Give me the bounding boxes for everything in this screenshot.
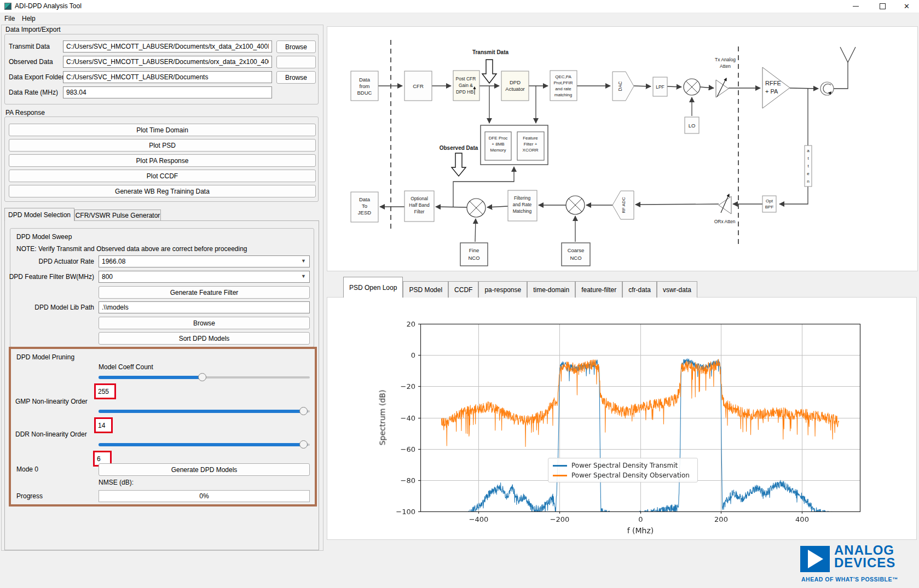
menu-help[interactable]: Help — [19, 14, 39, 26]
generate-feature-filter-button[interactable]: Generate Feature Filter — [99, 286, 310, 299]
coeff-count-label: Model Coeff Count — [99, 363, 153, 371]
diagram-box-fine-nco: Fine NCO — [460, 243, 488, 266]
svg-text:from: from — [360, 83, 370, 89]
svg-text:Post CFR: Post CFR — [456, 76, 476, 81]
diagram-mixer-tx — [684, 79, 700, 95]
svg-text:QEC,PA: QEC,PA — [555, 74, 571, 79]
svg-text:and Rate: and Rate — [513, 202, 532, 207]
feature-bw-combo[interactable]: 800 ▼ — [99, 271, 310, 283]
diagram-box-atten-vertical: a t t e n — [805, 145, 812, 187]
svg-text:e: e — [807, 171, 810, 176]
svg-text:a: a — [807, 148, 810, 153]
diagram-rf-adc: RF ADC — [612, 191, 634, 219]
tab-feature-filter[interactable]: feature-filter — [575, 281, 622, 298]
adi-triangle-icon — [808, 550, 823, 568]
export-folder-label: Data Export Folder — [9, 71, 64, 83]
slider-handle[interactable] — [299, 440, 308, 449]
coeff-count-slider[interactable] — [99, 373, 310, 382]
plot-pa-response-button[interactable]: Plot PA Response — [9, 154, 316, 167]
svg-text:Half Band: Half Band — [409, 202, 430, 208]
sort-dpd-models-button[interactable]: Sort DPD Models — [99, 332, 310, 345]
observed-data-input[interactable] — [63, 56, 272, 68]
tab-vswr-data[interactable]: vswr-data — [657, 281, 697, 298]
diagram-box-lpf: LPF — [653, 77, 667, 96]
tab-cfr-vswr[interactable]: CFR/VSWR Pulse Generator — [74, 209, 161, 221]
analog-devices-logo: ANALOG DEVICES AHEAD OF WHAT'S POSSIBLE™ — [800, 544, 918, 586]
app-icon — [4, 3, 11, 10]
svg-text:Coarse: Coarse — [568, 247, 585, 253]
diagram-box-dpd-actuator: DPD Actuator — [501, 71, 529, 101]
logo-word-devices: DEVICES — [834, 556, 895, 569]
legend-item-observation: Power Spectral Density Observation — [553, 470, 693, 480]
svg-text:XCORR: XCORR — [523, 148, 539, 153]
gmp-order-slider[interactable] — [99, 407, 310, 416]
legend-swatch-transmit — [553, 465, 567, 467]
import-export-section-label: Data Import/Export — [5, 26, 61, 33]
legend-item-transmit: Power Spectral Density Transmit — [553, 461, 693, 470]
svg-text:BDUC: BDUC — [357, 90, 372, 96]
svg-text:LPF: LPF — [656, 84, 664, 90]
observed-data-label: Observed Data — [9, 56, 53, 68]
slider-handle[interactable] — [198, 373, 206, 381]
svg-text:BPF: BPF — [765, 205, 774, 209]
diagram-box-halfband: Optional Half Band Filter — [404, 191, 434, 222]
minimize-button[interactable] — [843, 0, 868, 13]
slider-handle[interactable] — [299, 407, 308, 415]
svg-text:Actuator: Actuator — [505, 86, 524, 92]
svg-text:Transmit Data: Transmit Data — [472, 49, 509, 55]
maximize-icon — [880, 3, 886, 9]
tab-ccdf[interactable]: CCDF — [448, 281, 478, 298]
ddr-order-slider[interactable] — [99, 440, 310, 449]
lib-path-input[interactable] — [99, 301, 310, 313]
transmit-browse-button[interactable]: Browse — [276, 40, 316, 53]
actuator-rate-combo[interactable]: 1966.08 ▼ — [99, 255, 310, 267]
transmit-data-input[interactable] — [63, 40, 272, 53]
svg-text:NCO: NCO — [468, 255, 479, 261]
feature-bw-value: 800 — [102, 273, 113, 281]
diagram-box-opt-bpf: Opt BPF — [762, 196, 776, 212]
close-button[interactable]: ✕ — [894, 0, 919, 13]
diagram-svg: Transmit Data Observed Data Data from BD… — [327, 27, 917, 271]
svg-text:n: n — [807, 179, 809, 184]
export-folder-input[interactable] — [63, 71, 272, 83]
tab-dpd-model-selection[interactable]: DPD Model Selection — [4, 208, 74, 221]
minimize-icon — [853, 6, 859, 7]
diagram-box-qec: QEC,PA Prot,PFIR and rate matching — [550, 71, 577, 101]
plot-time-domain-button[interactable]: Plot Time Domain — [9, 124, 316, 136]
tab-time-domain[interactable]: time-domain — [527, 281, 575, 298]
data-rate-input[interactable] — [63, 86, 272, 98]
tab-pa-response[interactable]: pa-response — [478, 281, 527, 298]
window-title: ADI-DPD Analysis Tool — [15, 2, 82, 10]
export-browse-button[interactable]: Browse — [276, 71, 316, 84]
tab-psd-open-loop[interactable]: PSD Open Loop — [343, 277, 403, 298]
svg-text:Opt: Opt — [766, 199, 773, 203]
diagram-box-filtering: Filtering and Rate Matching — [508, 190, 537, 221]
plot-ccdf-button[interactable]: Plot CCDF — [9, 170, 316, 182]
observed-browse-button[interactable] — [276, 56, 316, 68]
svg-text:Prot,PFIR: Prot,PFIR — [553, 80, 573, 85]
plot-psd-button[interactable]: Plot PSD — [9, 139, 316, 152]
diagram-box-jesd: Data To JESD — [351, 192, 378, 222]
generate-dpd-models-button[interactable]: Generate DPD Models — [99, 463, 310, 476]
svg-text:CFR: CFR — [413, 83, 424, 89]
diagram-mixer-coarse — [566, 196, 585, 214]
tab-cfr-data[interactable]: cfr-data — [622, 281, 657, 298]
actuator-rate-label: DPD Actuator Rate — [11, 255, 94, 267]
coeff-count-value: 255 — [94, 383, 116, 399]
chevron-down-icon: ▼ — [301, 273, 306, 279]
psd-chart-canvas — [327, 298, 916, 539]
lib-browse-button[interactable]: Browse — [99, 317, 310, 329]
svg-text:ORx Atten: ORx Atten — [714, 219, 736, 224]
chart-x-axis-label: f (Mhz) — [607, 526, 674, 535]
feature-bw-label: DPD Feature Filter BW(MHz) — [8, 271, 94, 283]
slider-fill — [99, 376, 202, 379]
app-window: ADI-DPD Analysis Tool ✕ File Help Data I… — [0, 0, 919, 588]
data-rate-label: Data Rate (MHz) — [9, 86, 58, 98]
generate-wb-reg-button[interactable]: Generate WB Reg Training Data — [9, 185, 316, 197]
diagram-rffe-pa: RFFE + PA — [762, 67, 790, 108]
menu-file[interactable]: File — [1, 14, 18, 26]
tab-psd-model[interactable]: PSD Model — [403, 281, 448, 298]
pruning-highlight-box — [9, 347, 317, 507]
svg-text:DPD HB: DPD HB — [456, 89, 473, 95]
maximize-button[interactable] — [870, 0, 895, 13]
